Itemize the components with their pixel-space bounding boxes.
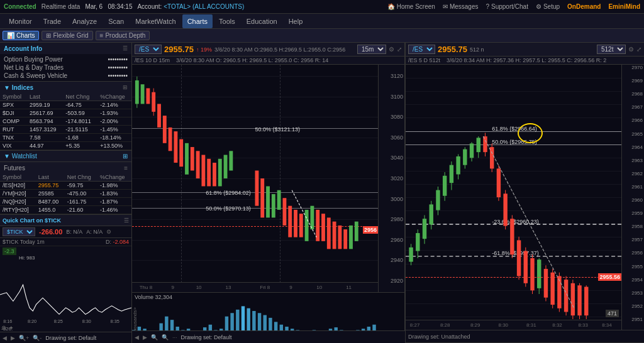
svg-rect-98 (423, 219, 426, 239)
x-fri-8: Fri 8 (260, 285, 270, 290)
svg-rect-20 (207, 159, 211, 187)
more-btn[interactable]: ··· (172, 334, 177, 340)
quick-chart-info: $TICK Today 1m D: -2.084 (0, 238, 131, 246)
home-screen-btn[interactable]: 🏠 Home Screen (387, 3, 435, 10)
index-row-dji[interactable]: $DJI 25617.69 -503.59 -1.93% (0, 109, 131, 117)
right-y-axis: 2970 2969 2968 2967 2966 2965 2964 2963 … (621, 65, 644, 330)
rx-834: 8:34 (602, 322, 612, 328)
nav-help[interactable]: Help (284, 14, 308, 28)
fut-col-last: Last (36, 173, 65, 182)
drawing-set-label: Drawing set: Default (45, 335, 96, 341)
setup-btn[interactable]: ⚙ Setup (536, 3, 560, 10)
svg-rect-100 (430, 204, 433, 224)
zoom-out-btn[interactable]: 🔍 (162, 334, 169, 340)
ry-2954: 2954 (631, 277, 643, 283)
futures-row-nq[interactable]: /NQ[H20] 8487.00 -161.75 -1.87% (0, 198, 131, 206)
left-interval-select[interactable]: 15m (357, 45, 386, 54)
left-tool-fullscreen[interactable]: ⤢ (397, 46, 402, 53)
index-row-tnx[interactable]: TNX 7.58 -1.68 -18.14% (0, 134, 131, 142)
col-last: Last (27, 93, 63, 101)
nav-analyze[interactable]: Analyze (67, 14, 102, 28)
mini-chart-next[interactable]: ▶ (11, 335, 15, 341)
svg-rect-134 (544, 269, 548, 298)
nav-trade[interactable]: Trade (38, 14, 66, 28)
right-symbol-select[interactable]: /ES (408, 45, 435, 54)
quick-chart-title: Quick Chart on $TICK (3, 217, 61, 224)
futures-header[interactable]: Futures ≡ (0, 162, 131, 173)
mini-chart-zoom-in[interactable]: 🔍+ (19, 335, 29, 341)
mini-tool-1[interactable]: ⚙ (1, 325, 6, 331)
nav-bar: Monitor Trade Analyze Scan MarketWatch C… (0, 14, 644, 29)
tick-value: -266.00 (39, 228, 62, 236)
watchlist-header[interactable]: ▼ Watchlist ⊞ (0, 151, 131, 162)
right-interval-select[interactable]: 512t (597, 45, 626, 54)
futures-row-es[interactable]: /ES[H20] 2955.75 -59.75 -1.98% (0, 182, 131, 190)
y-2960: 2960 (391, 237, 403, 243)
ry-2968: 2968 (631, 91, 643, 97)
r-current-price-line (406, 277, 621, 278)
right-chart-wrapper: /ES 2955.75 512 n 512t ⚙ ⤢ (405, 43, 644, 343)
futures-row-rty[interactable]: /RTY[H20] 1455.0 -21.60 -1.46% (0, 206, 131, 214)
nav-tools[interactable]: Tools (214, 14, 240, 28)
svg-rect-104 (443, 176, 447, 196)
support-btn[interactable]: ? Support/Chat (486, 3, 528, 10)
svg-rect-21 (213, 163, 216, 186)
rx-833: 8:33 (578, 322, 588, 328)
main-layout: Account Info ☰ Option Buying Power •••••… (0, 43, 644, 343)
svg-rect-22 (218, 159, 222, 187)
right-price-box: 2955.56 (598, 273, 621, 281)
right-tool-settings[interactable]: ⚙ (628, 46, 634, 53)
index-row-comp[interactable]: COMP 8563.794 -174.8011 -2.00% (0, 117, 131, 126)
nav-education[interactable]: Education (242, 14, 282, 28)
mini-tool-2[interactable]: ✦ (9, 325, 14, 331)
left-symbol-select[interactable]: /ES (135, 45, 162, 54)
volume-label: Volume 32,304 (135, 294, 172, 300)
flexible-grid-btn[interactable]: ⊞ Flexible Grid (42, 31, 92, 40)
indices-title: ▼ Indices (4, 84, 33, 91)
account-info-header[interactable]: Account Info ☰ (0, 43, 131, 54)
nav-scan[interactable]: Scan (103, 14, 129, 28)
left-candlestick-svg (132, 65, 378, 292)
right-chart-main[interactable]: 61.8% ($2966.64) 50.0% ($2965.75) -23.6%… (406, 65, 621, 330)
date-display: Mar, 6 08:34:15 (85, 3, 132, 10)
right-tool-fullscreen[interactable]: ⤢ (636, 46, 641, 53)
svg-line-147 (483, 136, 574, 308)
futures-row-ym[interactable]: /YM[H20] 25585 -475.00 -1.83% (0, 190, 131, 198)
svg-rect-15 (179, 139, 183, 167)
mini-chart-zoom-out[interactable]: 🔍- (33, 335, 42, 341)
svg-text:8:16: 8:16 (3, 318, 12, 324)
index-row-rut[interactable]: RUT 1457.3129 -21.5115 -1.45% (0, 126, 131, 134)
mini-chart-prev[interactable]: ◀ (3, 335, 7, 341)
nav-right-btn[interactable]: ▶ (143, 334, 147, 340)
y-3100: 3100 (391, 94, 403, 100)
rx-832: 8:32 (552, 322, 562, 328)
product-depth-btn[interactable]: ≡ Product Depth (96, 31, 150, 40)
svg-rect-19 (201, 155, 205, 187)
svg-rect-43 (355, 222, 358, 241)
ry-2956: 2956 (631, 250, 643, 256)
nav-charts[interactable]: Charts (182, 14, 213, 28)
charts-toolbar-btn[interactable]: 📊 Charts (3, 31, 39, 40)
fut-col-netchng: Net Chng (65, 173, 97, 182)
ry-2951: 2951 (631, 317, 643, 322)
account-label: Account: <TOTAL> (ALL ACCOUNTS) (137, 3, 244, 10)
svg-rect-114 (477, 138, 480, 152)
nav-monitor[interactable]: Monitor (4, 14, 37, 28)
tick-symbol-select[interactable]: $TICK (3, 227, 35, 236)
nav-left-btn[interactable]: ◀ (135, 334, 139, 340)
messages-btn[interactable]: ✉ Messages (443, 3, 479, 10)
svg-text:8:35: 8:35 (111, 318, 119, 324)
svg-rect-40 (338, 226, 341, 249)
svg-rect-38 (327, 217, 331, 249)
zoom-in-btn[interactable]: 🔍 (151, 334, 158, 340)
svg-rect-116 (483, 136, 487, 152)
x-13: 13 (226, 285, 231, 290)
nav-marketwatch[interactable]: MarketWatch (130, 14, 180, 28)
left-chart-main[interactable]: 50.0% ($3121.13) 61.8% ($2984.02) 50.0% … (132, 65, 378, 292)
quick-chart-settings-icon[interactable]: ⚙ (106, 229, 111, 235)
rx-831: 8:31 (526, 322, 536, 328)
index-row-spx[interactable]: SPX 2959.19 -64.75 -2.14% (0, 101, 131, 109)
index-row-vix[interactable]: VIX 44.97 +5.35 +13.50% (0, 142, 131, 150)
indices-header[interactable]: ▼ Indices ⊞ (0, 82, 131, 93)
left-tool-settings[interactable]: ⚙ (389, 46, 394, 53)
